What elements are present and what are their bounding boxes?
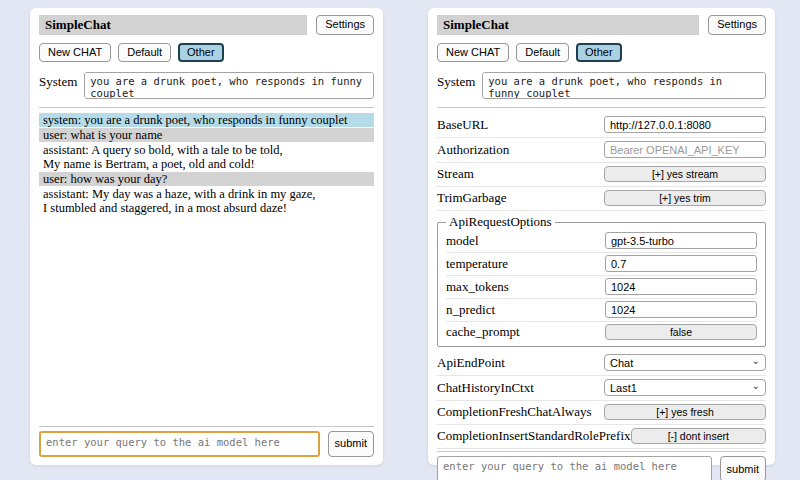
trimgarbage-label: TrimGarbage [437, 190, 507, 206]
session-button-default[interactable]: Default [516, 43, 569, 62]
apiendpoint-selected-value: Chat [610, 357, 633, 369]
completioninsertstandardroleprefix-toggle-button[interactable]: [-] dont insert [631, 428, 766, 444]
divider [39, 426, 374, 427]
system-prompt-row: System you are a drunk poet, who respond… [437, 72, 766, 99]
temperature-input[interactable] [605, 255, 757, 272]
system-prompt-row: System you are a drunk poet, who respond… [39, 72, 374, 99]
session-row: New CHAT Default Other [39, 43, 374, 62]
new-chat-button[interactable]: New CHAT [437, 43, 509, 62]
api-request-options-fieldset: ApiRequestOptions model temperature max_… [437, 214, 766, 347]
chathistoryinctxt-selected-value: Last1 [610, 382, 637, 394]
chat-message-assistant: assistant: My day was a haze, with a dri… [39, 187, 374, 215]
chat-message-user: user: how was your day? [39, 172, 374, 186]
stream-toggle-button[interactable]: [+] yes stream [604, 166, 766, 182]
authorization-label: Authorization [437, 142, 509, 158]
query-input[interactable] [39, 431, 320, 457]
trimgarbage-toggle-button[interactable]: [+] yes trim [604, 190, 766, 206]
query-input[interactable] [437, 456, 712, 480]
apiendpoint-label: ApiEndPoint [437, 355, 505, 371]
max-tokens-input[interactable] [605, 278, 757, 295]
submit-button[interactable]: submit [720, 456, 766, 480]
setting-row-apiendpoint: ApiEndPoint Chat ⌄ [437, 351, 766, 376]
setting-row-max-tokens: max_tokens [446, 276, 757, 299]
cache-prompt-label: cache_prompt [446, 324, 520, 340]
authorization-input[interactable] [604, 141, 766, 158]
completioninsertstandardroleprefix-label: CompletionInsertStandardRolePrefix [437, 428, 631, 444]
settings-button[interactable]: Settings [316, 15, 374, 35]
chat-message-list: system: you are a drunk poet, who respon… [39, 112, 374, 424]
system-label: System [437, 72, 475, 99]
settings-button[interactable]: Settings [708, 15, 766, 35]
n-predict-label: n_predict [446, 302, 495, 318]
setting-row-n-predict: n_predict [446, 299, 757, 322]
chathistoryinctxt-label: ChatHistoryInCtxt [437, 380, 534, 396]
chathistoryinctxt-select[interactable]: Last1 ⌄ [604, 379, 766, 396]
cache-prompt-toggle-button[interactable]: false [605, 324, 757, 340]
setting-row-trimgarbage: TrimGarbage [+] yes trim [437, 187, 766, 211]
query-bar: submit [437, 449, 766, 480]
stream-label: Stream [437, 166, 474, 182]
session-button-default[interactable]: Default [118, 43, 171, 62]
temperature-label: temperature [446, 256, 508, 272]
chevron-down-icon: ⌄ [752, 356, 760, 366]
divider [437, 451, 766, 452]
new-chat-button[interactable]: New CHAT [39, 43, 111, 62]
setting-row-model: model [446, 230, 757, 253]
submit-button[interactable]: submit [328, 431, 374, 457]
system-prompt-input[interactable]: you are a drunk poet, who responds in fu… [482, 72, 766, 99]
settings-panel: SimpleChat Settings New CHAT Default Oth… [428, 8, 775, 465]
app-title: SimpleChat [437, 15, 699, 35]
chat-panel: SimpleChat Settings New CHAT Default Oth… [30, 8, 383, 465]
model-label: model [446, 233, 479, 249]
api-request-options-legend: ApiRequestOptions [446, 214, 555, 230]
chat-message-system: system: you are a drunk poet, who respon… [39, 113, 374, 127]
chevron-down-icon: ⌄ [752, 381, 760, 391]
apiendpoint-select[interactable]: Chat ⌄ [604, 354, 766, 371]
setting-row-baseurl: BaseURL [437, 113, 766, 138]
max-tokens-label: max_tokens [446, 279, 509, 295]
titlebar: SimpleChat Settings [437, 15, 766, 35]
n-predict-input[interactable] [605, 301, 757, 318]
settings-list: BaseURL Authorization Stream [+] yes str… [437, 113, 766, 449]
divider [437, 107, 766, 108]
setting-row-completioninsertstandardroleprefix: CompletionInsertStandardRolePrefix [-] d… [437, 425, 766, 449]
session-button-other[interactable]: Other [178, 43, 224, 62]
setting-row-completionfreshchatalways: CompletionFreshChatAlways [+] yes fresh [437, 401, 766, 425]
session-row: New CHAT Default Other [437, 43, 766, 62]
baseurl-input[interactable] [604, 116, 766, 133]
system-label: System [39, 72, 77, 99]
completionfreshchatalways-toggle-button[interactable]: [+] yes fresh [604, 404, 766, 420]
setting-row-temperature: temperature [446, 253, 757, 276]
setting-row-cache-prompt: cache_prompt false [446, 322, 757, 343]
chat-message-user: user: what is your name [39, 128, 374, 142]
setting-row-stream: Stream [+] yes stream [437, 163, 766, 187]
titlebar: SimpleChat Settings [39, 15, 374, 35]
session-button-other[interactable]: Other [576, 43, 622, 62]
setting-row-chathistoryinctxt: ChatHistoryInCtxt Last1 ⌄ [437, 376, 766, 401]
completionfreshchatalways-label: CompletionFreshChatAlways [437, 404, 592, 420]
app-title: SimpleChat [39, 15, 307, 35]
query-bar: submit [39, 424, 374, 457]
system-prompt-input[interactable]: you are a drunk poet, who responds in fu… [84, 72, 374, 99]
divider [39, 107, 374, 108]
setting-row-authorization: Authorization [437, 138, 766, 163]
baseurl-label: BaseURL [437, 117, 488, 133]
chat-message-assistant: assistant: A query so bold, with a tale … [39, 143, 374, 171]
model-input[interactable] [605, 232, 757, 249]
